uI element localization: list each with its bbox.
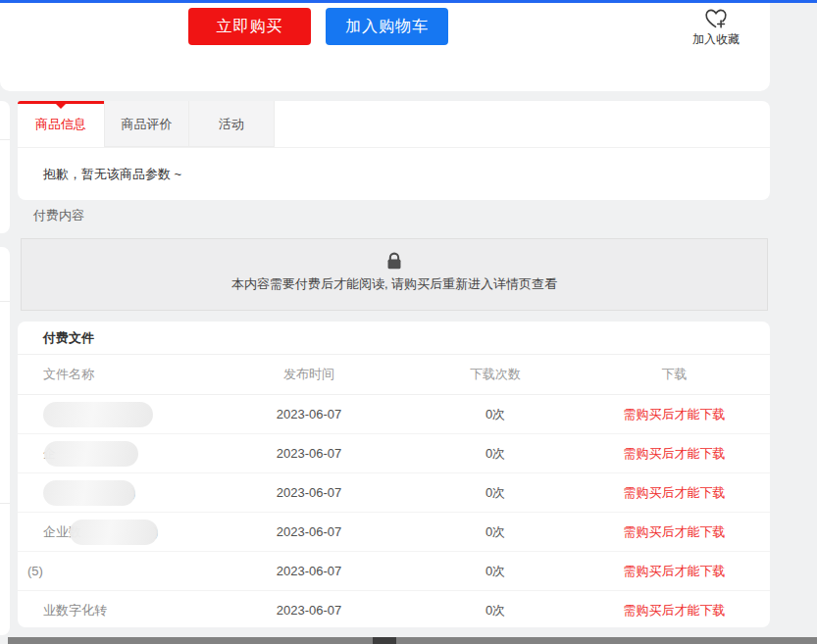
redaction-blob xyxy=(43,480,135,506)
publish-date: 2023-06-07 xyxy=(206,446,412,461)
download-count: 0次 xyxy=(412,602,579,619)
publish-date: 2023-06-07 xyxy=(206,603,412,618)
download-count: 0次 xyxy=(412,563,579,580)
download-count: 0次 xyxy=(412,406,579,423)
tab-bar: 商品信息 商品评价 活动 xyxy=(18,101,770,148)
publish-date: 2023-06-07 xyxy=(206,564,412,578)
heart-plus-icon xyxy=(703,5,729,30)
product-info-card: 商品信息 商品评价 活动 抱歉，暂无该商品参数 ~ xyxy=(18,101,770,200)
download-locked-link[interactable]: 需购买后才能下载 xyxy=(579,563,770,580)
tab-product-info[interactable]: 商品信息 xyxy=(18,101,104,147)
table-row: 企业数) 2023-06-07 0次 需购买后才能下载 xyxy=(18,513,770,552)
empty-params-notice: 抱歉，暂无该商品参数 ~ xyxy=(18,148,770,201)
product-detail-page: 立即购买 加入购物车 加入收藏 商品信息 商品评价 活动 抱歉，暂无该商品参数 … xyxy=(0,0,817,644)
left-panel-edge xyxy=(0,101,10,233)
table-row: 企 2023-06-07 0次 需购买后才能下载 xyxy=(18,434,770,473)
redaction-blob xyxy=(44,441,138,467)
left-panel-divider xyxy=(0,139,10,140)
table-row: 业数字化转 2023-06-07 0次 需购买后才能下载 xyxy=(18,591,770,627)
download-locked-link[interactable]: 需购买后才能下载 xyxy=(579,602,770,619)
column-publish-time: 发布时间 xyxy=(206,366,412,383)
download-count: 0次 xyxy=(412,523,579,541)
add-to-favorites-button[interactable]: 加入收藏 xyxy=(675,5,757,48)
add-to-cart-button[interactable]: 加入购物车 xyxy=(326,8,448,45)
buy-now-button[interactable]: 立即购买 xyxy=(188,8,311,45)
redaction-blob xyxy=(43,402,153,427)
file-name-cell: 业数字化转 xyxy=(18,598,206,623)
download-count: 0次 xyxy=(412,445,579,463)
lock-icon xyxy=(383,248,406,273)
paid-files-card: 付费文件 文件名称 发布时间 下载次数 下载 2023-06-07 0次 需购买… xyxy=(18,322,770,627)
product-action-bar: 立即购买 加入购物车 加入收藏 xyxy=(0,3,770,91)
left-panel-divider xyxy=(0,503,10,504)
publish-date: 2023-06-07 xyxy=(206,485,412,500)
paid-content-locked-box: 本内容需要付费后才能阅读, 请购买后重新进入详情页查看 xyxy=(21,238,768,311)
column-download-count: 下载次数 xyxy=(412,366,579,383)
tab-product-reviews[interactable]: 商品评价 xyxy=(104,101,189,147)
horizontal-scrollbar[interactable] xyxy=(8,637,817,644)
column-file-name: 文件名称 xyxy=(18,366,206,383)
paid-files-table-header: 文件名称 发布时间 下载次数 下载 xyxy=(18,355,770,395)
lock-message: 本内容需要付费后才能阅读, 请购买后重新进入详情页查看 xyxy=(22,275,767,293)
left-panel-edge xyxy=(0,247,10,635)
table-row: (5) 2023-06-07 0次 需购买后才能下载 xyxy=(18,552,770,591)
download-locked-link[interactable]: 需购买后才能下载 xyxy=(579,406,770,423)
table-row: 2023-06-07 0次 需购买后才能下载 xyxy=(18,395,770,434)
file-name-fragment: (5) xyxy=(27,564,43,578)
redaction-blob xyxy=(70,520,158,545)
download-locked-link[interactable]: 需购买后才能下载 xyxy=(579,523,770,541)
download-locked-link[interactable]: 需购买后才能下载 xyxy=(579,484,770,502)
download-locked-link[interactable]: 需购买后才能下载 xyxy=(579,445,770,463)
publish-date: 2023-06-07 xyxy=(206,407,412,421)
file-name-cell: ) xyxy=(18,480,206,506)
favorite-label: 加入收藏 xyxy=(675,31,757,48)
paid-files-title: 付费文件 xyxy=(18,322,770,355)
file-name-cell: 企业数) xyxy=(18,520,206,545)
column-download: 下载 xyxy=(579,366,770,383)
publish-date: 2023-06-07 xyxy=(206,524,412,539)
file-name-fragment: 业数字化转 xyxy=(43,602,107,619)
file-name-cell: 企 xyxy=(18,441,206,467)
download-count: 0次 xyxy=(412,484,579,502)
paid-content-title: 付费内容 xyxy=(33,207,84,224)
left-panel-divider xyxy=(0,301,10,302)
tab-activity[interactable]: 活动 xyxy=(189,101,275,147)
file-name-cell: (5) xyxy=(18,559,206,584)
scrollbar-thumb[interactable] xyxy=(373,637,396,644)
table-row: ) 2023-06-07 0次 需购买后才能下载 xyxy=(18,473,770,513)
file-name-cell xyxy=(18,402,206,427)
